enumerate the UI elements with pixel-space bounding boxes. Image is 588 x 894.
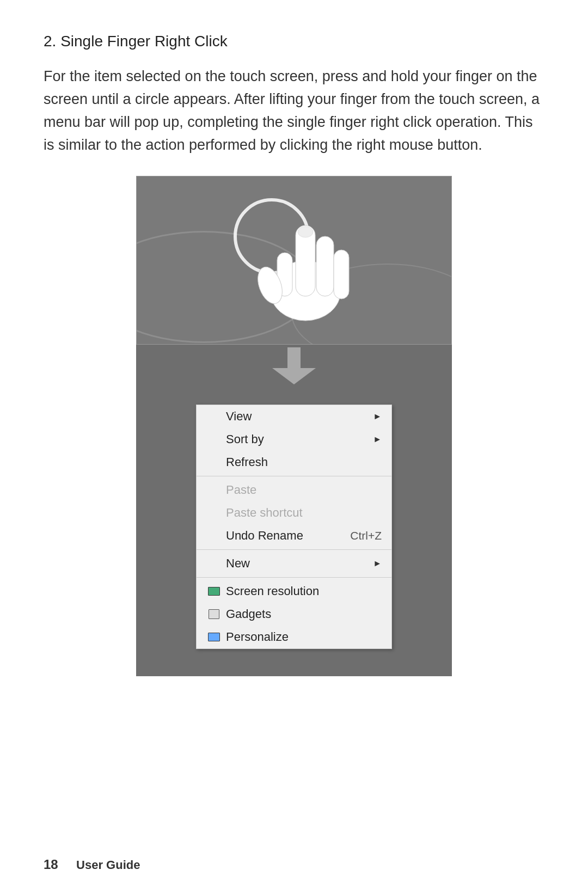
- menu-separator-3: [197, 577, 391, 578]
- menu-separator-2: [197, 549, 391, 550]
- gadgets-icon: [206, 609, 222, 620]
- menu-arrow-new: ►: [373, 559, 382, 568]
- menu-item-paste-shortcut: Paste shortcut: [197, 501, 391, 524]
- menu-item-paste: Paste: [197, 479, 391, 501]
- page-footer: 18 User Guide: [44, 857, 140, 872]
- menu-item-shortcut-undo-rename: Ctrl+Z: [350, 529, 382, 542]
- page-content: 2. Single Finger Right Click For the ite…: [0, 0, 588, 720]
- footer-label: User Guide: [76, 858, 140, 872]
- menu-item-icon-undo-rename: [206, 530, 222, 541]
- menu-separator-1: [197, 476, 391, 476]
- menu-item-label-refresh: Refresh: [226, 455, 382, 469]
- menu-item-label-paste-shortcut: Paste shortcut: [226, 506, 382, 520]
- context-menu: View ► Sort by ► Refresh: [196, 405, 392, 649]
- menu-item-icon-paste: [206, 485, 222, 495]
- svg-rect-2: [316, 236, 334, 296]
- illustration-wrapper: View ► Sort by ► Refresh: [136, 176, 452, 676]
- finger-touch-image: [136, 176, 452, 345]
- menu-item-label-personalize: Personalize: [226, 630, 382, 644]
- menu-item-icon-new: [206, 558, 222, 569]
- menu-item-label-paste: Paste: [226, 483, 382, 497]
- menu-item-personalize[interactable]: Personalize: [197, 626, 391, 648]
- hand-svg: [251, 193, 360, 327]
- menu-item-new[interactable]: New ►: [197, 552, 391, 575]
- menu-arrow-sort-by: ►: [373, 434, 382, 444]
- personalize-icon: [206, 632, 222, 642]
- description-text: For the item selected on the touch scree…: [44, 65, 544, 156]
- svg-point-6: [298, 226, 313, 237]
- svg-rect-7: [287, 347, 301, 369]
- section-heading: 2. Single Finger Right Click: [44, 33, 544, 50]
- menu-item-label-gadgets: Gadgets: [226, 607, 382, 621]
- menu-item-icon-view: [206, 411, 222, 422]
- svg-rect-3: [334, 250, 349, 299]
- menu-item-label-new: New: [226, 556, 367, 571]
- footer-page-number: 18: [44, 857, 58, 872]
- svg-marker-8: [272, 368, 316, 384]
- menu-item-sort-by[interactable]: Sort by ►: [197, 428, 391, 451]
- menu-item-gadgets[interactable]: Gadgets: [197, 603, 391, 626]
- menu-item-icon-paste-shortcut: [206, 507, 222, 518]
- menu-item-view[interactable]: View ►: [197, 405, 391, 428]
- menu-item-icon-sort-by: [206, 434, 222, 445]
- menu-item-label-undo-rename: Undo Rename: [226, 529, 339, 543]
- arrow-connector: [136, 345, 452, 388]
- screen-resolution-icon: [206, 586, 222, 597]
- menu-item-label-screen-resolution: Screen resolution: [226, 584, 382, 598]
- menu-item-screen-resolution[interactable]: Screen resolution: [197, 580, 391, 603]
- menu-item-label-sort-by: Sort by: [226, 432, 367, 446]
- menu-item-undo-rename[interactable]: Undo Rename Ctrl+Z: [197, 524, 391, 547]
- menu-item-label-view: View: [226, 409, 367, 424]
- menu-item-refresh[interactable]: Refresh: [197, 451, 391, 474]
- menu-arrow-view: ►: [373, 412, 382, 421]
- menu-item-icon-refresh: [206, 457, 222, 468]
- context-menu-area: View ► Sort by ► Refresh: [136, 388, 452, 676]
